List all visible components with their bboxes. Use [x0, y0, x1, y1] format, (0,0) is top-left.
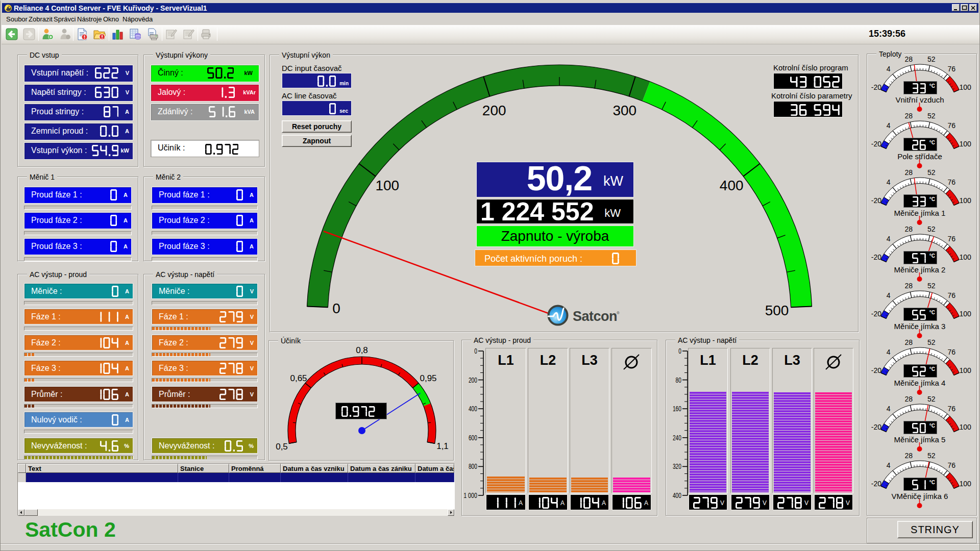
- svg-text:-20: -20: [871, 140, 881, 148]
- svg-text:52: 52: [927, 225, 936, 233]
- svg-text:28: 28: [905, 338, 913, 346]
- svg-text:4: 4: [887, 348, 891, 356]
- svg-text:28: 28: [905, 395, 913, 403]
- svg-text:4: 4: [887, 291, 891, 299]
- svg-text:52: 52: [927, 338, 936, 346]
- svg-text:4: 4: [887, 178, 891, 186]
- svg-text:76: 76: [948, 291, 956, 299]
- svg-text:76: 76: [948, 235, 956, 243]
- svg-text:76: 76: [948, 65, 956, 73]
- svg-text:4: 4: [887, 235, 891, 243]
- svg-text:100: 100: [959, 310, 971, 318]
- svg-text:76: 76: [948, 405, 956, 413]
- svg-text:4: 4: [887, 65, 891, 73]
- svg-text:100: 100: [959, 196, 971, 205]
- svg-text:52: 52: [927, 55, 936, 63]
- svg-text:4: 4: [887, 405, 891, 413]
- svg-text:52: 52: [927, 452, 936, 460]
- svg-text:28: 28: [905, 452, 913, 460]
- svg-text:-20: -20: [871, 253, 881, 261]
- svg-text:-20: -20: [871, 480, 881, 488]
- svg-text:52: 52: [927, 112, 936, 120]
- svg-text:76: 76: [948, 121, 956, 130]
- svg-text:76: 76: [948, 461, 956, 469]
- svg-text:-20: -20: [871, 423, 881, 431]
- svg-text:100: 100: [959, 480, 971, 488]
- svg-text:28: 28: [905, 55, 913, 63]
- svg-text:100: 100: [959, 423, 971, 431]
- svg-text:76: 76: [948, 348, 956, 356]
- svg-text:100: 100: [959, 140, 971, 148]
- svg-text:76: 76: [948, 178, 956, 186]
- svg-text:-20: -20: [871, 310, 881, 318]
- svg-text:-20: -20: [871, 366, 881, 374]
- svg-text:28: 28: [905, 112, 913, 120]
- svg-text:100: 100: [959, 83, 971, 91]
- svg-text:-20: -20: [871, 83, 881, 91]
- svg-text:4: 4: [887, 121, 891, 130]
- svg-text:28: 28: [905, 282, 913, 290]
- svg-text:52: 52: [927, 395, 936, 403]
- svg-text:100: 100: [959, 366, 971, 374]
- svg-text:52: 52: [927, 282, 936, 290]
- svg-text:52: 52: [927, 168, 936, 177]
- svg-text:28: 28: [905, 168, 913, 177]
- svg-text:-20: -20: [871, 196, 881, 205]
- svg-text:4: 4: [887, 461, 891, 469]
- svg-text:100: 100: [959, 253, 971, 261]
- svg-text:28: 28: [905, 225, 913, 233]
